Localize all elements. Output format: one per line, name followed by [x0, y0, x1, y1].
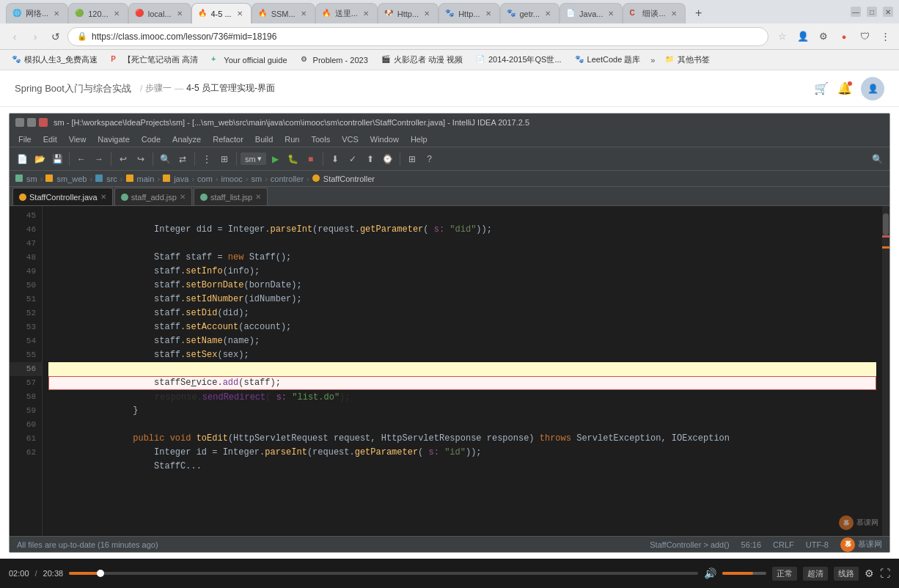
tab-7-close[interactable]: ✕	[422, 9, 432, 19]
video-fullscreen-icon[interactable]: ⛶	[880, 567, 890, 579]
toolbar-vcs-history[interactable]: ⌚	[380, 151, 396, 167]
video-progress-bar[interactable]	[69, 572, 698, 575]
file-tab-staffadd-close[interactable]: ✕	[180, 193, 186, 201]
toolbar-hierarchy[interactable]: ⊞	[216, 151, 232, 167]
video-quality-button[interactable]: 超清	[803, 567, 828, 581]
more-icon[interactable]: ⋮	[877, 29, 893, 45]
tab-4-close[interactable]: ✕	[235, 9, 245, 19]
bookmark-5[interactable]: 🎬 火影忍者 动漫 视频	[375, 53, 469, 67]
file-tab-staffcontroller-close[interactable]: ✕	[100, 193, 106, 201]
menu-analyze[interactable]: Analyze	[166, 133, 207, 145]
video-speed-button[interactable]: 正常	[772, 567, 797, 581]
bookmark-other[interactable]: 📁 其他书签	[659, 53, 716, 67]
breadcrumb-imooc[interactable]: imooc	[221, 174, 242, 183]
toolbar-run[interactable]: ▶	[268, 151, 284, 167]
bookmark-1[interactable]: 🐾 模拟人生3_免费高速	[6, 53, 103, 67]
bookmark-2[interactable]: P 【死亡笔记动画 高清	[105, 53, 204, 67]
toolbar-terminal[interactable]: ⊞	[404, 151, 420, 167]
toolbar-vcs-commit[interactable]: ✓	[345, 151, 361, 167]
toolbar-replace[interactable]: ⇄	[175, 151, 191, 167]
tab-3-close[interactable]: ✕	[175, 9, 185, 19]
forward-button[interactable]: ›	[26, 28, 44, 45]
tab-4-active[interactable]: 🔥 4-5 ... ✕	[191, 3, 252, 23]
cart-icon[interactable]: 🛒	[814, 81, 829, 95]
tab-5-close[interactable]: ✕	[298, 9, 309, 19]
address-bar[interactable]: 🔒 https://class.imooc.com/lesson/736#mid…	[67, 27, 768, 46]
file-tab-stafflist-close[interactable]: ✕	[255, 193, 261, 201]
menu-file[interactable]: File	[12, 133, 37, 145]
tab-11-close[interactable]: ✕	[669, 9, 679, 19]
tab-3[interactable]: 🔴 local... ✕	[128, 3, 191, 23]
ide-minimize[interactable]	[15, 118, 24, 127]
settings-icon[interactable]: ⚙	[815, 29, 832, 45]
file-tab-staffcontroller[interactable]: StaffController.java ✕	[12, 188, 113, 205]
tab-11[interactable]: C 细谈... ✕	[623, 3, 685, 23]
toolbar-vcs-update[interactable]: ⬇	[327, 151, 343, 167]
tab-6[interactable]: 🔥 送里... ✕	[315, 3, 378, 23]
toolbar-forward[interactable]: →	[91, 151, 107, 167]
ide-maximize[interactable]	[27, 118, 36, 127]
menu-build[interactable]: Build	[249, 133, 279, 145]
bookmark-4[interactable]: ⚙ Problem - 2023	[295, 54, 374, 67]
bookmark-7[interactable]: 🐾 LeetCode 题库	[569, 53, 647, 67]
toolbar-redo[interactable]: ↪	[133, 151, 149, 167]
breadcrumb-sm2[interactable]: sm	[251, 174, 262, 183]
minimize-button[interactable]: —	[851, 7, 861, 17]
video-settings-icon[interactable]: ⚙	[865, 567, 874, 579]
toolbar-stop[interactable]: ■	[303, 151, 319, 167]
menu-help[interactable]: Help	[405, 133, 433, 145]
tab-10-close[interactable]: ✕	[606, 9, 616, 19]
tab-1[interactable]: 🌐 网络... ✕	[6, 3, 68, 23]
tab-8[interactable]: 🐾 Http... ✕	[439, 3, 499, 23]
user-icon[interactable]: 👤	[795, 29, 811, 45]
breadcrumb-staffcontroller[interactable]: StaffController	[312, 174, 375, 183]
video-route-button[interactable]: 线路	[834, 567, 859, 581]
volume-bar[interactable]	[722, 572, 766, 575]
tab-2[interactable]: 🟢 120... ✕	[68, 3, 128, 23]
menu-view[interactable]: View	[63, 133, 92, 145]
toolbar-search[interactable]: 🔍	[157, 151, 173, 167]
tab-5[interactable]: 🔥 SSM... ✕	[252, 3, 315, 23]
menu-vcs[interactable]: VCS	[336, 133, 364, 145]
toolbar-save[interactable]: 💾	[49, 151, 65, 167]
shield-icon[interactable]: 🛡	[856, 29, 873, 45]
tab-10[interactable]: 📄 Java... ✕	[559, 3, 623, 23]
refresh-button[interactable]: ↺	[47, 28, 65, 45]
code-editor[interactable]: 45 46 47 48 49 50 51 52 53 54 55 56 57 5…	[10, 206, 889, 536]
tab-9[interactable]: 🐾 getr... ✕	[500, 3, 560, 23]
tab-9-close[interactable]: ✕	[543, 9, 553, 19]
menu-window[interactable]: Window	[364, 133, 405, 145]
breadcrumb-java[interactable]: java	[163, 174, 188, 183]
toolbar-search-everywhere[interactable]: 🔍	[869, 151, 885, 167]
menu-tools[interactable]: Tools	[305, 133, 336, 145]
menu-code[interactable]: Code	[136, 133, 166, 145]
right-scrollbar[interactable]	[882, 206, 889, 536]
user-avatar[interactable]: 👤	[861, 77, 884, 100]
back-button[interactable]: ‹	[6, 28, 23, 45]
toolbar-back[interactable]: ←	[73, 151, 89, 167]
video-volume-icon[interactable]: 🔊	[704, 567, 716, 579]
code-area[interactable]: Integer did = Integer.parseInt(request.g…	[43, 206, 882, 536]
toolbar-help[interactable]: ?	[422, 151, 438, 167]
ide-close[interactable]	[39, 118, 48, 127]
bookmark-star-icon[interactable]: ☆	[774, 29, 790, 45]
file-tab-staffadd[interactable]: staff_add.jsp ✕	[114, 188, 192, 205]
bookmark-3[interactable]: + Your official guide	[205, 54, 293, 67]
file-tab-stafflist[interactable]: staff_list.jsp ✕	[194, 188, 268, 205]
menu-refactor[interactable]: Refactor	[207, 133, 249, 145]
tab-6-close[interactable]: ✕	[361, 9, 371, 19]
breadcrumb-main[interactable]: main	[126, 174, 155, 183]
breadcrumb-sm[interactable]: sm	[15, 174, 37, 183]
breadcrumb-controller[interactable]: controller	[271, 174, 304, 183]
breadcrumb-sm-web[interactable]: sm_web	[45, 174, 87, 183]
bookmark-6[interactable]: 📄 2014-2015年QS世...	[470, 53, 568, 67]
toolbar-debug[interactable]: 🐛	[285, 151, 301, 167]
toolbar-open[interactable]: 📂	[32, 151, 48, 167]
menu-edit[interactable]: Edit	[37, 133, 63, 145]
toolbar-undo[interactable]: ↩	[115, 151, 131, 167]
new-tab-button[interactable]: +	[689, 3, 709, 23]
tab-2-close[interactable]: ✕	[111, 9, 122, 19]
toolbar-vcs-push[interactable]: ⬆	[362, 151, 378, 167]
menu-run[interactable]: Run	[279, 133, 305, 145]
breadcrumb-src[interactable]: src	[95, 174, 117, 183]
